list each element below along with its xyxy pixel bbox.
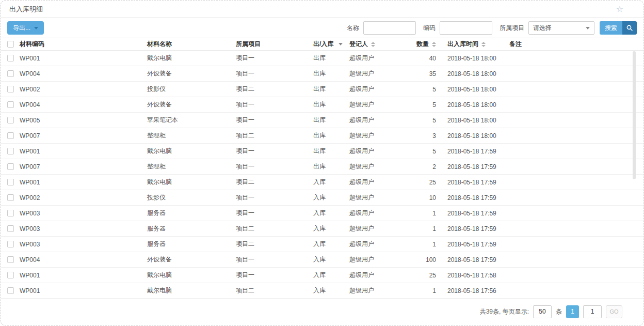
cell-project: 项目一 [236, 162, 313, 171]
cell-project: 项目一 [236, 69, 313, 78]
cell-time: 2018-05-18 17:59 [437, 225, 509, 232]
row-checkbox[interactable] [7, 70, 14, 77]
cell-quantity: 5 [405, 101, 437, 108]
row-checkbox[interactable] [7, 101, 14, 108]
cell-project: 项目二 [236, 85, 313, 94]
table-row[interactable]: WP007 整理柜 项目二 出库 超级用户 3 2018-05-18 18:00 [1, 128, 643, 144]
row-checkbox[interactable] [7, 55, 14, 61]
cell-material-code: WP007 [20, 132, 147, 139]
table-row[interactable]: WP001 戴尔电脑 项目一 出库 超级用户 5 2018-05-18 17:5… [1, 144, 643, 159]
cell-quantity: 10 [405, 194, 437, 201]
table-row[interactable]: WP002 投影仪 项目二 出库 超级用户 5 2018-05-18 18:00 [1, 82, 643, 97]
table-row[interactable]: WP001 戴尔电脑 项目二 入库 超级用户 25 2018-05-18 17:… [1, 175, 643, 190]
cell-material-name: 外设装备 [147, 255, 236, 264]
table-row[interactable]: WP003 服务器 项目一 入库 超级用户 1 2018-05-18 17:59 [1, 206, 643, 221]
favorite-star-icon[interactable]: ☆ [616, 5, 623, 13]
table-row[interactable]: WP004 外设装备 项目一 入库 超级用户 100 2018-05-18 17… [1, 252, 643, 268]
cell-in-out: 出库 [313, 116, 349, 125]
cell-quantity: 3 [405, 132, 437, 139]
cell-material-name: 戴尔电脑 [147, 286, 236, 295]
row-checkbox[interactable] [7, 225, 14, 232]
vertical-scrollbar[interactable] [633, 51, 636, 179]
cell-in-out: 入库 [313, 209, 349, 218]
cell-registrant: 超级用户 [349, 100, 405, 109]
name-filter-label: 名称 [347, 24, 359, 33]
cell-material-name: 苹果笔记本 [147, 116, 236, 125]
cell-quantity: 2 [405, 163, 437, 170]
cell-registrant: 超级用户 [349, 224, 405, 233]
cell-material-name: 投影仪 [147, 193, 236, 202]
row-checkbox[interactable] [7, 241, 14, 247]
cell-material-code: WP003 [20, 210, 147, 217]
header-note: 备注 [509, 40, 643, 49]
cell-time: 2018-05-18 17:59 [437, 256, 509, 263]
cell-registrant: 超级用户 [349, 209, 405, 218]
cell-quantity: 5 [405, 117, 437, 124]
cell-time: 2018-05-18 17:59 [437, 179, 509, 186]
row-checkbox[interactable] [7, 163, 14, 170]
table-row[interactable]: WP002 投影仪 项目一 入库 超级用户 10 2018-05-18 17:5… [1, 190, 643, 206]
name-filter-input[interactable] [363, 21, 416, 35]
go-button[interactable]: GO [606, 305, 622, 318]
cell-quantity: 25 [405, 179, 437, 186]
cell-material-code: WP001 [20, 179, 147, 186]
table-row[interactable]: WP005 苹果笔记本 项目一 出库 超级用户 5 2018-05-18 18:… [1, 113, 643, 128]
cell-time: 2018-05-18 17:56 [437, 287, 509, 294]
row-checkbox[interactable] [7, 179, 14, 185]
cell-material-name: 外设装备 [147, 69, 236, 78]
row-checkbox[interactable] [7, 210, 14, 216]
cell-material-name: 戴尔电脑 [147, 54, 236, 63]
cell-time: 2018-05-18 17:59 [437, 210, 509, 217]
row-checkbox[interactable] [7, 287, 14, 294]
row-checkbox[interactable] [7, 86, 14, 92]
table-row[interactable]: WP001 戴尔电脑 项目一 出库 超级用户 40 2018-05-18 18:… [1, 51, 643, 66]
cell-time: 2018-05-18 17:58 [437, 272, 509, 279]
page-button-1[interactable]: 1 [566, 305, 579, 318]
code-filter-input[interactable] [440, 21, 492, 35]
chevron-down-icon [34, 27, 38, 29]
header-time[interactable]: 出入库时间 [437, 40, 509, 49]
cell-project: 项目一 [236, 271, 313, 280]
cell-project: 项目一 [236, 255, 313, 264]
table-header-row: 材料编码 材料名称 所属项目 出/入库 登记人 数量 出入库时间 备注 [1, 38, 643, 51]
cell-quantity: 1 [405, 241, 437, 248]
search-button[interactable]: 搜索 [600, 21, 637, 35]
cell-in-out: 入库 [313, 193, 349, 202]
cell-registrant: 超级用户 [349, 286, 405, 295]
cell-quantity: 5 [405, 86, 437, 93]
header-material-code: 材料编码 [20, 40, 147, 49]
table-row[interactable]: WP007 整理柜 项目一 出库 超级用户 2 2018-05-18 17:59 [1, 159, 643, 175]
header-quantity[interactable]: 数量 [405, 40, 437, 49]
table-row[interactable]: WP003 服务器 项目二 入库 超级用户 1 2018-05-18 17:59 [1, 221, 643, 237]
cell-registrant: 超级用户 [349, 255, 405, 264]
cell-material-name: 服务器 [147, 209, 236, 218]
cell-in-out: 出库 [313, 147, 349, 156]
page-size-input[interactable] [533, 305, 552, 318]
cell-quantity: 40 [405, 55, 437, 62]
table-row[interactable]: WP004 外设装备 项目一 出库 超级用户 5 2018-05-18 18:0… [1, 97, 643, 113]
row-checkbox[interactable] [7, 194, 14, 201]
goto-page-input[interactable] [583, 305, 602, 318]
cell-registrant: 超级用户 [349, 271, 405, 280]
select-all-checkbox[interactable] [7, 41, 14, 48]
table-row[interactable]: WP001 戴尔电脑 项目一 入库 超级用户 25 2018-05-18 17:… [1, 268, 643, 283]
cell-registrant: 超级用户 [349, 69, 405, 78]
table-row[interactable]: WP003 服务器 项目二 入库 超级用户 1 2018-05-18 17:59 [1, 237, 643, 252]
table-row[interactable]: WP001 戴尔电脑 项目二 入库 超级用户 1 2018-05-18 17:5… [1, 283, 643, 299]
row-checkbox[interactable] [7, 132, 14, 139]
cell-material-name: 投影仪 [147, 85, 236, 94]
row-checkbox[interactable] [7, 256, 14, 263]
cell-project: 项目二 [236, 286, 313, 295]
header-registrant[interactable]: 登记人 [349, 40, 405, 49]
cell-registrant: 超级用户 [349, 178, 405, 187]
row-checkbox[interactable] [7, 272, 14, 278]
project-select[interactable]: 请选择 [528, 21, 594, 35]
pagination-summary: 共39条, 每页显示: [480, 307, 529, 316]
row-checkbox[interactable] [7, 117, 14, 123]
cell-material-code: WP007 [20, 163, 147, 170]
table-row[interactable]: WP004 外设装备 项目一 出库 超级用户 35 2018-05-18 18:… [1, 66, 643, 82]
inventory-detail-widget: 出入库明细 ☆ 导出... 名称 编码 所属项目 请选择 搜索 [1, 1, 643, 325]
header-in-out[interactable]: 出/入库 [313, 40, 349, 49]
row-checkbox[interactable] [7, 148, 14, 154]
export-button[interactable]: 导出... [7, 21, 44, 35]
